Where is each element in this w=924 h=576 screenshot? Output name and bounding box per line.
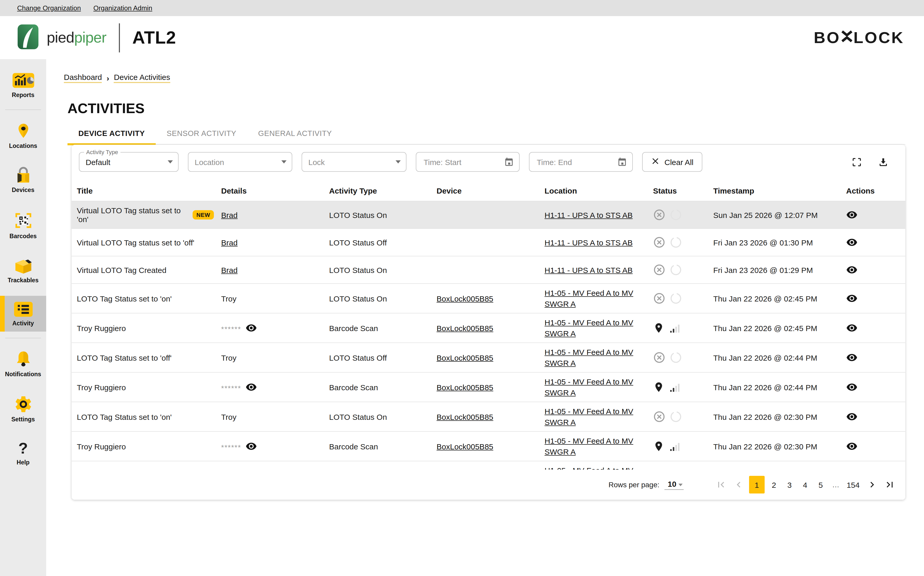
table-row[interactable]: Virtual LOTO Tag status set to 'on'NEWBr… [72, 201, 905, 228]
page-button-5[interactable]: 5 [815, 476, 827, 493]
location-link[interactable]: H1-11 - UPS A to STS AB [544, 264, 633, 275]
cell-activity-type: LOTO Status On [329, 412, 437, 421]
page-button-1[interactable]: 1 [749, 476, 765, 493]
cell-details: ****** [221, 440, 329, 452]
reveal-details-button[interactable] [245, 322, 257, 334]
location-select[interactable]: Location [188, 152, 292, 172]
masked-details: ****** [221, 323, 241, 333]
location-link[interactable]: H1-05 - MV Feed A to MV SWGR A [544, 406, 646, 427]
reveal-details-button[interactable] [245, 381, 257, 393]
location-link[interactable]: H1-11 - UPS A to STS AB [544, 210, 633, 220]
sidebar-item-locations[interactable]: Locations [0, 116, 46, 154]
sidebar-item-label: Devices [12, 187, 35, 193]
page-button-154[interactable]: 154 [845, 476, 862, 493]
cell-actions [846, 264, 895, 275]
fullscreen-button[interactable] [851, 157, 862, 167]
first-page-button[interactable] [714, 479, 728, 490]
cell-location: H1-05 - MV Feed A to MV SWGR A [544, 406, 653, 427]
download-button[interactable] [878, 157, 889, 167]
column-header-status: Status [653, 186, 713, 195]
view-activity-button[interactable] [846, 237, 858, 248]
cell-actions [846, 293, 895, 304]
table-row[interactable]: Troy Ruggiero******Barcode ScanBoxLock00… [72, 372, 905, 402]
page-button-2[interactable]: 2 [768, 476, 780, 493]
tab-general-activity[interactable]: GENERAL ACTIVITY [247, 129, 343, 144]
location-link[interactable]: H1-05 - MV Feed A to MV SWGR A [544, 288, 646, 309]
page-button-3[interactable]: 3 [783, 476, 796, 493]
tab-sensor-activity[interactable]: SENSOR ACTIVITY [156, 129, 247, 144]
location-link[interactable]: H1-05 - MV Feed A to MV SWGR A [544, 376, 646, 398]
sidebar-item-reports[interactable]: Reports [0, 66, 46, 103]
lock-placeholder: Lock [308, 157, 391, 166]
sidebar-item-notifications[interactable]: Notifications [0, 344, 46, 382]
brand-name: piedpiper [47, 29, 106, 46]
cell-location: H1-05 - MV Feed A to MV SWGR A [544, 347, 653, 368]
rows-per-page-select[interactable]: 10 [665, 480, 684, 490]
table-row[interactable]: Troy Ruggiero******Barcode ScanBoxLock00… [72, 313, 905, 342]
view-activity-button[interactable] [846, 411, 858, 422]
clear-all-button[interactable]: Clear All [642, 152, 702, 172]
reveal-details-button[interactable] [245, 440, 257, 452]
breadcrumb-device-activities-link[interactable]: Device Activities [114, 73, 170, 83]
table-row[interactable]: Troy Ruggiero******Barcode ScanBoxLock00… [72, 431, 905, 461]
lock-select[interactable]: Lock [302, 152, 407, 172]
device-link[interactable]: BoxLock005B85 [437, 353, 493, 362]
device-link[interactable]: BoxLock005B85 [437, 383, 493, 392]
tab-device-activity[interactable]: DEVICE ACTIVITY [67, 129, 156, 144]
location-link[interactable]: H1-11 - UPS A to STS AB [544, 237, 633, 248]
details-user-link[interactable]: Brad [221, 238, 237, 247]
location-link[interactable]: H1-05 - MV Feed A to MV SWGR A [544, 435, 646, 457]
view-activity-button[interactable] [846, 381, 858, 393]
organization-admin-link[interactable]: Organization Admin [93, 4, 152, 12]
time-end-input[interactable] [536, 157, 617, 167]
location-link[interactable]: H1-05 - MV Feed A to MV SWGR A [544, 347, 646, 368]
eye-icon [846, 293, 858, 304]
calendar-icon[interactable] [504, 157, 514, 167]
view-activity-button[interactable] [846, 440, 858, 452]
change-organization-link[interactable]: Change Organization [17, 4, 81, 12]
x-circle-icon [653, 264, 666, 276]
device-link[interactable]: BoxLock005B85 [437, 442, 493, 451]
time-end-field[interactable] [529, 152, 633, 172]
location-link[interactable]: H1-05 - MV Feed A to MV SWGR A [544, 317, 646, 339]
view-activity-button[interactable] [846, 322, 858, 334]
calendar-icon[interactable] [617, 157, 627, 167]
table-row[interactable]: LOTO Tag Status set to 'off'TroyLOTO Sta… [72, 342, 905, 372]
details-user-link[interactable]: Brad [221, 210, 237, 219]
prev-page-button[interactable] [732, 479, 746, 490]
page-button-4[interactable]: 4 [799, 476, 811, 493]
table-row[interactable]: Virtual LOTO Tag CreatedBradLOTO Status … [72, 256, 905, 283]
cell-title: Troy Ruggiero [77, 442, 221, 451]
cell-device: BoxLock005B85 [437, 294, 544, 303]
cell-status [653, 292, 713, 305]
cell-title: LOTO Tag Status set to 'on' [77, 294, 221, 303]
view-activity-button[interactable] [846, 209, 858, 221]
sidebar-item-devices[interactable]: Devices [0, 162, 46, 198]
table-row[interactable]: Virtual LOTO Tag status set to 'off'Brad… [72, 228, 905, 256]
sidebar-item-help[interactable]: ?Help [0, 435, 46, 470]
view-activity-button[interactable] [846, 293, 858, 304]
open-ring-icon [669, 236, 682, 248]
cell-activity-type: LOTO Status Off [329, 353, 437, 362]
time-start-field[interactable] [416, 152, 520, 172]
details-user-link[interactable]: Brad [221, 266, 237, 274]
sidebar-item-trackables[interactable]: Trackables [0, 252, 46, 288]
device-link[interactable]: BoxLock005B85 [437, 323, 493, 332]
view-activity-button[interactable] [846, 352, 858, 363]
device-link[interactable]: BoxLock005B85 [437, 412, 493, 421]
view-activity-button[interactable] [846, 264, 858, 275]
activity-type-value: Default [86, 157, 163, 166]
table-row[interactable]: LOTO Tag Status set to 'on'TroyLOTO Stat… [72, 402, 905, 431]
clear-all-label: Clear All [665, 157, 693, 166]
sidebar-item-barcodes[interactable]: Barcodes [0, 205, 46, 245]
activity-type-select[interactable]: Activity Type Default [79, 152, 179, 172]
time-start-input[interactable] [423, 157, 504, 167]
last-page-button[interactable] [882, 479, 897, 490]
next-page-button[interactable] [865, 479, 879, 490]
cell-title: Troy Ruggiero [77, 323, 221, 332]
breadcrumb-dashboard-link[interactable]: Dashboard [64, 73, 102, 83]
sidebar-item-activity[interactable]: Activity [0, 296, 46, 331]
table-row[interactable]: LOTO Tag Status set to 'on'TroyLOTO Stat… [72, 283, 905, 313]
sidebar-item-settings[interactable]: Settings [0, 390, 46, 427]
device-link[interactable]: BoxLock005B85 [437, 294, 493, 303]
